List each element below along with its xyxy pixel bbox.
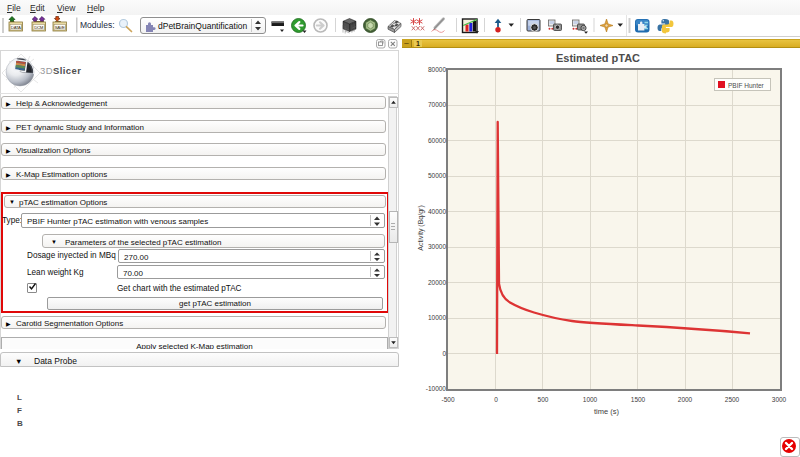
svg-text:SAVE: SAVE: [55, 25, 65, 30]
svg-text:DCM: DCM: [34, 25, 43, 30]
svg-text:DATA: DATA: [11, 25, 21, 30]
